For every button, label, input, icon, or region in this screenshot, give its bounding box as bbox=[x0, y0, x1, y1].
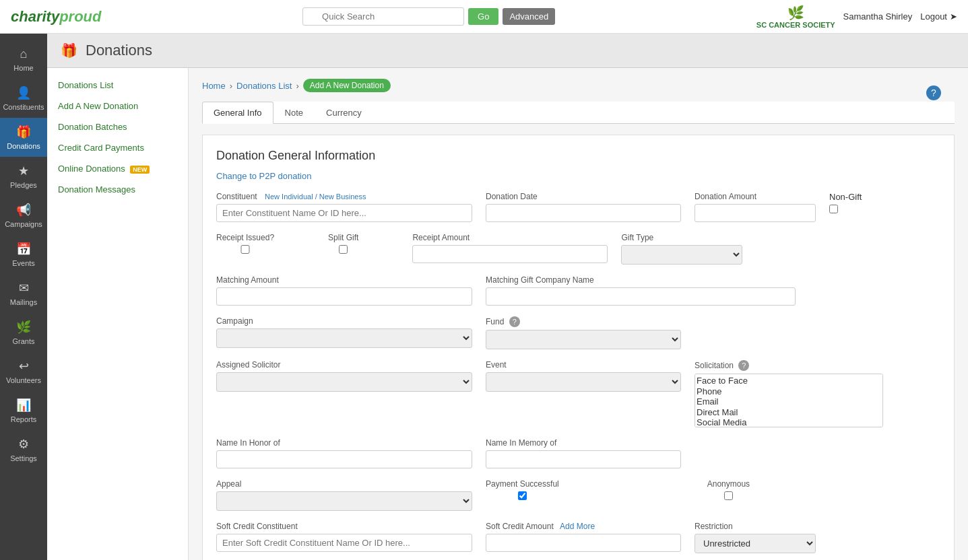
anonymous-checkbox[interactable] bbox=[707, 491, 750, 500]
constituent-input[interactable] bbox=[216, 204, 472, 222]
matching-company-input[interactable] bbox=[486, 287, 796, 306]
name-honor-group: Name In Honor of bbox=[216, 438, 472, 468]
nav-item-volunteers[interactable]: ↩ Volunteers bbox=[0, 352, 47, 391]
top-bar: charityproud Go Advanced 🌿 SC CANCER SOC… bbox=[0, 0, 968, 34]
form-title: Donation General Information bbox=[216, 149, 940, 163]
soft-credit-amount-label: Soft Credit Amount Add More bbox=[486, 522, 681, 531]
receipt-amount-input[interactable] bbox=[412, 245, 608, 263]
gift-type-group: Gift Type bbox=[621, 233, 742, 265]
breadcrumb-home[interactable]: Home bbox=[202, 81, 226, 91]
fund-help-icon[interactable]: ? bbox=[509, 316, 520, 327]
nav-item-donations[interactable]: 🎁 Donations bbox=[0, 118, 47, 157]
campaign-group: Campaign bbox=[216, 316, 472, 348]
sidebar-item-online-donations[interactable]: Online Donations NEW bbox=[47, 158, 188, 179]
event-label: Event bbox=[486, 360, 681, 370]
sidebar-item-donation-batches[interactable]: Donation Batches bbox=[47, 116, 188, 137]
soft-credit-amount-input[interactable] bbox=[486, 534, 681, 552]
advanced-button[interactable]: Advanced bbox=[503, 8, 555, 25]
user-name: Samantha Shirley bbox=[843, 11, 913, 22]
anonymous-label: Anonymous bbox=[707, 479, 750, 489]
donation-date-group: Donation Date 10/3/2017 bbox=[486, 192, 681, 222]
breadcrumb-sep-1: › bbox=[230, 81, 232, 91]
split-gift-checkbox[interactable] bbox=[328, 245, 358, 254]
search-input[interactable] bbox=[302, 7, 464, 26]
grants-icon: 🌿 bbox=[16, 320, 31, 335]
campaign-select[interactable] bbox=[216, 328, 472, 348]
matching-amount-input[interactable] bbox=[216, 287, 472, 306]
payment-successful-group: Payment Successful bbox=[486, 479, 559, 500]
constituents-icon: 👤 bbox=[16, 85, 31, 100]
event-select[interactable] bbox=[486, 372, 681, 392]
tab-general-info[interactable]: General Info bbox=[202, 102, 273, 124]
nav-item-grants[interactable]: 🌿 Grants bbox=[0, 313, 47, 352]
org-icon: 🌿 bbox=[756, 5, 835, 21]
tab-currency[interactable]: Currency bbox=[315, 102, 373, 124]
form-row-8: Soft Credit Constituent Soft Credit Amou… bbox=[216, 522, 940, 553]
nav-item-mailings[interactable]: ✉ Mailings bbox=[0, 274, 47, 313]
nav-label-campaigns: Campaigns bbox=[5, 220, 42, 228]
receipt-amount-label: Receipt Amount bbox=[412, 233, 608, 242]
breadcrumb: Home › Donations List › Add A New Donati… bbox=[202, 79, 955, 92]
sidebar-item-credit-card[interactable]: Credit Card Payments bbox=[47, 137, 188, 158]
help-icon[interactable]: ? bbox=[926, 85, 941, 100]
p2p-link[interactable]: Change to P2P donation bbox=[216, 171, 940, 181]
fund-label: Fund ? bbox=[486, 316, 681, 327]
constituent-sub-link[interactable]: New Individual / New Business bbox=[265, 193, 366, 201]
donation-amount-input[interactable] bbox=[695, 204, 816, 222]
new-badge: NEW bbox=[130, 166, 150, 174]
receipt-issued-checkbox[interactable] bbox=[216, 245, 274, 254]
donation-date-input[interactable]: 10/3/2017 bbox=[486, 204, 681, 222]
form-row-2: Receipt Issued? Split Gift Receipt Amoun… bbox=[216, 233, 940, 265]
restriction-label: Restriction bbox=[695, 522, 816, 531]
assigned-solicitor-select[interactable] bbox=[216, 372, 472, 392]
solicitation-listbox[interactable]: Face to Face Phone Email Direct Mail Soc… bbox=[695, 374, 883, 427]
receipt-issued-label: Receipt Issued? bbox=[216, 233, 274, 242]
events-icon: 📅 bbox=[16, 242, 31, 256]
tab-note[interactable]: Note bbox=[273, 102, 315, 124]
fund-group: Fund ? bbox=[486, 316, 681, 349]
form-row-4: Campaign Fund ? bbox=[216, 316, 940, 349]
nav-item-constituents[interactable]: 👤 Constituents bbox=[0, 79, 47, 118]
name-memory-group: Name In Memory of bbox=[486, 438, 681, 468]
nav-item-pledges[interactable]: ★ Pledges bbox=[0, 157, 47, 196]
split-gift-group: Split Gift bbox=[328, 233, 358, 254]
sidebar-item-add-donation[interactable]: Add A New Donation bbox=[47, 96, 188, 116]
appeal-group: Appeal bbox=[216, 479, 472, 511]
campaign-label: Campaign bbox=[216, 316, 472, 326]
form-row-6: Name In Honor of Name In Memory of bbox=[216, 438, 940, 468]
nav-item-reports[interactable]: 📊 Reports bbox=[0, 391, 47, 430]
solicitation-label: Solicitation ? bbox=[695, 360, 883, 371]
non-gift-group: Non-Gift bbox=[829, 192, 862, 213]
restriction-select[interactable]: Unrestricted bbox=[695, 534, 816, 553]
sidebar: Donations List Add A New Donation Donati… bbox=[47, 68, 189, 560]
nav-item-events[interactable]: 📅 Events bbox=[0, 235, 47, 274]
nav-item-settings[interactable]: ⚙ Settings bbox=[0, 430, 47, 469]
nav-label-settings: Settings bbox=[10, 454, 37, 462]
non-gift-checkbox[interactable] bbox=[829, 205, 838, 213]
org-logo: 🌿 SC CANCER SOCIETY bbox=[756, 5, 835, 29]
appeal-select[interactable] bbox=[216, 491, 472, 511]
add-more-link[interactable]: Add More bbox=[560, 522, 595, 531]
breadcrumb-donations-list[interactable]: Donations List bbox=[236, 81, 292, 91]
nav-label-volunteers: Volunteers bbox=[6, 376, 41, 384]
non-gift-label: Non-Gift bbox=[829, 192, 862, 202]
name-memory-label: Name In Memory of bbox=[486, 438, 681, 448]
form-row-3: Matching Amount Matching Gift Company Na… bbox=[216, 275, 940, 306]
go-button[interactable]: Go bbox=[468, 8, 498, 25]
payment-successful-checkbox[interactable] bbox=[486, 491, 559, 500]
gift-type-select[interactable] bbox=[621, 245, 742, 265]
nav-item-home[interactable]: ⌂ Home bbox=[0, 40, 47, 79]
sidebar-item-donations-list[interactable]: Donations List bbox=[47, 75, 188, 96]
soft-credit-constituent-input[interactable] bbox=[216, 534, 472, 552]
logout-button[interactable]: Logout ➤ bbox=[920, 11, 957, 22]
content-area: ? Home › Donations List › Add A New Dona… bbox=[189, 68, 968, 560]
split-gift-label: Split Gift bbox=[328, 233, 358, 242]
solicitation-help-icon[interactable]: ? bbox=[738, 360, 749, 371]
name-honor-input[interactable] bbox=[216, 450, 472, 468]
fund-select[interactable] bbox=[486, 330, 681, 349]
nav-label-home: Home bbox=[13, 64, 33, 72]
nav-item-campaigns[interactable]: 📢 Campaigns bbox=[0, 196, 47, 235]
left-nav: ⌂ Home 👤 Constituents 🎁 Donations ★ Pled… bbox=[0, 34, 47, 560]
name-memory-input[interactable] bbox=[486, 450, 681, 468]
sidebar-item-donation-messages[interactable]: Donation Messages bbox=[47, 179, 188, 200]
